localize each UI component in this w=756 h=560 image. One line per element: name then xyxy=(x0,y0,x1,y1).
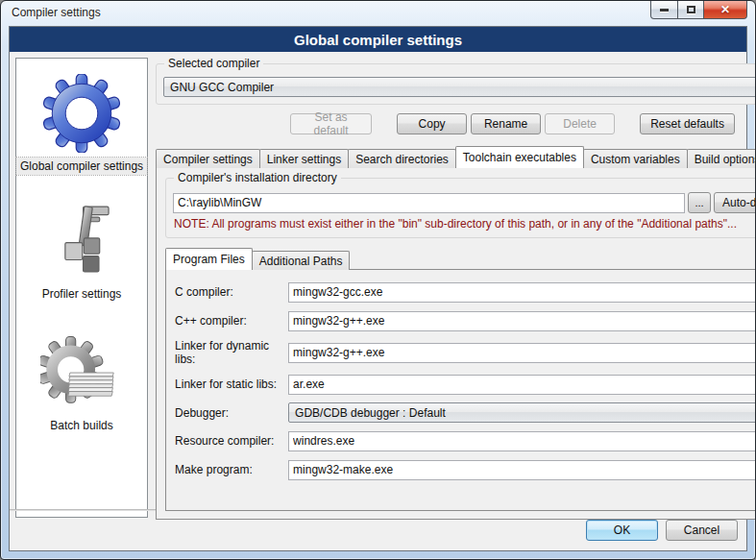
c-compiler-input[interactable] xyxy=(288,282,756,303)
program-label: Resource compiler: xyxy=(175,434,288,448)
delete-button[interactable]: Delete xyxy=(545,113,615,134)
close-icon: ✕ xyxy=(720,3,730,16)
gray-gear-papers-icon xyxy=(40,331,123,414)
blue-gear-icon xyxy=(40,72,123,155)
maximize-icon xyxy=(687,6,695,13)
page-title: Global compiler settings xyxy=(10,27,746,52)
compiler-actions: Set as default Copy Rename Delete Reset … xyxy=(156,113,756,134)
sidebar-item-label: Profiler settings xyxy=(38,285,126,303)
group-label: Compiler's installation directory xyxy=(174,171,341,184)
caliper-icon xyxy=(40,200,123,282)
selected-compiler-group: Selected compiler GNU GCC Compiler xyxy=(156,63,756,105)
program-row-c-compiler: C compiler: ... xyxy=(175,281,756,303)
program-row-static-linker: Linker for static libs: ... xyxy=(175,374,756,395)
static-linker-input[interactable] xyxy=(288,375,756,395)
dynamic-linker-input[interactable] xyxy=(288,343,756,363)
cancel-button[interactable]: Cancel xyxy=(666,520,738,541)
program-row-dynamic-linker: Linker for dynamic libs: ... xyxy=(175,339,756,366)
program-subtabs: Program Files Additional Paths xyxy=(165,249,756,270)
reset-defaults-button[interactable]: Reset defaults xyxy=(640,113,735,134)
rename-button[interactable]: Rename xyxy=(471,113,541,134)
program-label: Debugger: xyxy=(175,406,288,420)
program-row-debugger: Debugger: GDB/CDB debugger : Default xyxy=(175,402,756,423)
settings-category-list: Global compiler settings xyxy=(15,58,148,518)
program-row-resource-compiler: Resource compiler: ... xyxy=(175,430,756,451)
tab-toolchain-executables[interactable]: Toolchain executables xyxy=(455,146,584,168)
window-title: Compiler settings xyxy=(12,6,101,19)
sidebar-item-profiler-settings[interactable]: Profiler settings xyxy=(38,200,126,303)
installation-note: NOTE: All programs must exist either in … xyxy=(174,217,756,231)
close-button[interactable]: ✕ xyxy=(704,1,747,19)
installation-directory-group: Compiler's installation directory ... Au… xyxy=(165,178,756,238)
dialog-client-area: Global compiler settings xyxy=(9,26,747,551)
sidebar-item-batch-builds[interactable]: Batch builds xyxy=(40,331,123,434)
program-label: C++ compiler: xyxy=(175,314,288,328)
tab-search-directories[interactable]: Search directories xyxy=(348,149,456,168)
compiler-settings-dialog: Compiler settings ✕ Global compiler sett… xyxy=(0,0,756,560)
subtab-program-files[interactable]: Program Files xyxy=(165,248,253,270)
cpp-compiler-input[interactable] xyxy=(288,311,756,331)
sidebar-item-label: Global compiler settings xyxy=(16,158,147,175)
program-row-cpp-compiler: C++ compiler: ... xyxy=(175,310,756,331)
sidebar-item-label: Batch builds xyxy=(46,417,116,434)
debugger-select[interactable]: GDB/CDB debugger : Default xyxy=(288,402,756,423)
program-label: Linker for dynamic libs: xyxy=(175,339,288,366)
make-program-input[interactable] xyxy=(288,460,756,480)
settings-tabs: Compiler settings Linker settings Search… xyxy=(156,146,756,168)
compiler-select[interactable]: GNU GCC Compiler xyxy=(163,77,756,97)
title-bar[interactable]: Compiler settings ✕ xyxy=(1,1,755,26)
tab-compiler-settings[interactable]: Compiler settings xyxy=(156,149,260,168)
program-files-panel: C compiler: ... C++ compiler: ... Linker… xyxy=(165,269,756,511)
program-label: Linker for static libs: xyxy=(175,377,288,391)
minimize-icon xyxy=(660,9,669,12)
sidebar-item-global-compiler-settings[interactable]: Global compiler settings xyxy=(16,72,147,175)
resource-compiler-input[interactable] xyxy=(288,431,756,451)
browse-directory-button[interactable]: ... xyxy=(688,192,711,213)
maximize-button[interactable] xyxy=(678,1,704,19)
toolchain-executables-panel: Compiler's installation directory ... Au… xyxy=(156,167,756,520)
copy-button[interactable]: Copy xyxy=(397,113,467,134)
ok-button[interactable]: OK xyxy=(586,520,658,541)
program-row-make-program: Make program: ... xyxy=(175,459,756,480)
tab-linker-settings[interactable]: Linker settings xyxy=(259,149,349,168)
tab-build-options[interactable]: Build options xyxy=(687,149,756,168)
subtab-additional-paths[interactable]: Additional Paths xyxy=(252,251,351,270)
minimize-button[interactable] xyxy=(650,1,678,19)
installation-directory-input[interactable] xyxy=(173,193,685,213)
group-label: Selected compiler xyxy=(164,57,263,70)
program-label: Make program: xyxy=(175,463,288,476)
set-as-default-button[interactable]: Set as default xyxy=(290,113,372,134)
tab-custom-variables[interactable]: Custom variables xyxy=(583,149,688,168)
program-label: C compiler: xyxy=(175,285,288,299)
auto-detect-button[interactable]: Auto-detect xyxy=(714,192,756,213)
